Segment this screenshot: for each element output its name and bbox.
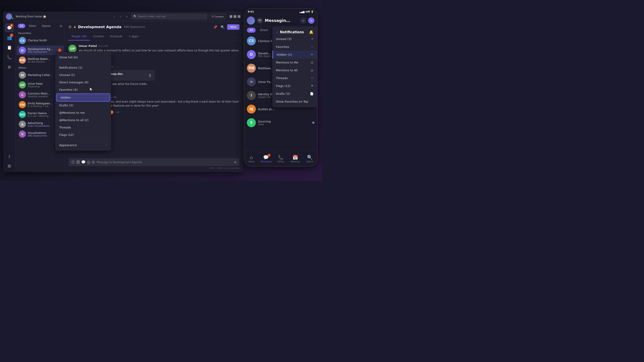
more-tool[interactable]: ⊞ [92,160,95,164]
image-tool[interactable]: 🖼 [76,160,80,164]
notif-favorites-label: Favorites [276,45,289,48]
notif-drafts-icon: 📄 [310,92,314,95]
tab-schedule[interactable]: Schedule [107,33,126,40]
notif-show-favorites-top[interactable]: Show Favorites on Top [272,98,317,105]
phone-nav-messaging[interactable]: 💬 Messaging [259,151,273,166]
nav-chat[interactable]: 👥 1 [5,33,14,42]
message-input-area: 😊 🖼 💬 @ ⊞ Message to Development Agenda … [65,156,243,172]
dd-threads[interactable]: Threads [55,124,111,131]
notif-bell-icon[interactable]: 🔔 [309,30,314,34]
connect-button[interactable]: ⊡ Connect [209,14,226,19]
filter-tab-all[interactable]: All [18,24,25,28]
notif-unread[interactable]: Unread (3) ↺ [272,35,317,43]
dd-direct-messages[interactable]: Direct messages (6) [55,79,111,86]
teams-icon: 📋 [7,45,12,50]
back-button[interactable]: ‹ [112,14,117,19]
tab-people[interactable]: People (30) [68,33,90,40]
phone-user-avatar[interactable] [247,16,255,24]
message-input-box[interactable]: 😊 🖼 💬 @ ⊞ Message to Development Agenda … [68,158,240,166]
filter-list-icon[interactable]: ≡ [300,17,306,24]
phone-nav-meetings[interactable]: 📅 Meetings [288,151,302,166]
dd-notifications[interactable]: Notifications (1) [55,64,111,71]
nav-grid[interactable]: ⊞ [5,161,14,170]
nav-rail: 💬 4 👥 1 📋 📞 ⚙ ? ⊞ [3,21,16,172]
dd-mentions-me[interactable]: @Mentions to me [55,109,111,116]
close-button[interactable] [238,15,240,18]
tab-apps[interactable]: + Apps [126,33,142,40]
filter-tab-spaces[interactable]: Spaces [40,24,53,28]
minimize-button[interactable] [230,15,232,18]
messaging-label: Messaging [261,160,272,163]
clarissa-info: Clarissa Smith [28,39,62,42]
notif-threads[interactable]: Threads ↩ [272,74,317,82]
message-input-placeholder[interactable]: Message to Development Agenda [96,161,232,164]
phone-tab-all[interactable]: All [247,28,256,33]
dd-mentions-all[interactable]: @Mentions to all (2) [55,116,111,124]
filter-icon[interactable]: ≡ [60,24,62,28]
dd-direct-messages-label: Direct messages (6) [59,81,88,84]
camera-icon[interactable]: 📷 [257,17,263,24]
phone-sourcing-avatar: S [247,118,256,127]
download-icon[interactable]: ⬇ [148,73,152,78]
status-indicator [12,17,14,19]
tab-content[interactable]: Content [90,33,107,40]
nav-teams[interactable]: 📋 [5,43,14,52]
dropdown-menu: Show full list Notifications (1) Unread … [55,52,111,151]
nav-calls[interactable]: 📞 [5,53,14,62]
dd-flags[interactable]: Flags (12) [55,131,111,139]
phone-chat-sourcing[interactable]: S Sourcing Sales [244,116,317,130]
dd-divider-2 [55,140,111,140]
sticker-tool[interactable]: 💬 [81,160,86,164]
phone-tab-direct[interactable]: Direct [258,28,271,33]
viz-avatar: V [19,130,26,138]
phone-nav-search[interactable]: 🔍 Search [302,151,317,166]
meet-button[interactable]: Meet [227,24,240,30]
seen-more: +2 [116,111,119,113]
nav-activity[interactable]: 💬 4 [5,23,14,32]
nav-help[interactable]: ? [5,152,14,161]
search-icon: 🔍 [134,15,137,18]
devag-sub: ENG Deployment [28,51,56,53]
dd-show-full-list-label: Show full list [59,56,78,59]
phone-nav-calling[interactable]: 📞 Calling [273,151,288,166]
pin-button[interactable]: 📌 [212,24,218,30]
app-title: Working from home 🏠 [16,15,110,18]
dd-appearance[interactable]: Appearance › [55,141,111,149]
notif-mentions-all[interactable]: Mentions to All @ [272,66,317,74]
emoji-tool[interactable]: 😊 [71,160,75,164]
notif-mentions-all-label: Mentions to All [276,69,298,72]
umar-avatar: UP [19,81,26,88]
search-bar[interactable]: 🔍 Search, meet, and call [131,13,207,20]
search-channel-button[interactable]: 🔍 [220,24,226,30]
mention-tool[interactable]: @ [87,160,90,164]
apps-icon: ⚙ [8,65,11,69]
sidebar-item-clarissa[interactable]: CS Clarissa Smith [16,36,64,45]
notif-favorites[interactable]: Favorites ☆ [272,43,317,51]
compose-icon[interactable]: + [308,17,314,24]
send-icon[interactable]: ➤ [234,160,237,164]
dd-show-full-list[interactable]: Show full list [55,54,111,61]
advert-avatar: A [19,121,26,128]
star-icon[interactable]: ★ [73,25,76,29]
notif-mentions-me[interactable]: Mentions to Me @ [272,58,317,66]
forward-button[interactable]: › [118,14,123,19]
umar-msg-avatar: UP [68,45,76,53]
home-label: Home [248,160,254,163]
phone-nav-home[interactable]: ⌂ Home [244,151,259,166]
notif-favorites-icon: ☆ [311,45,314,48]
phone-sourcing-name: Sourcing [258,120,310,123]
nav-buttons: ‹ › + [112,14,130,19]
dd-hidden[interactable]: Hidden [56,93,110,102]
new-tab-button[interactable]: + [124,14,130,19]
settings-icon[interactable]: ⚙ [68,25,72,29]
notif-flags[interactable]: Flags (12) ⚑ [272,82,317,90]
dd-favorites[interactable]: Favorites (4) [55,86,111,93]
nav-apps[interactable]: ⚙ [5,62,14,71]
filter-tab-direct[interactable]: Direct [26,24,38,28]
dd-drafts[interactable]: Drafts (3) [55,102,111,109]
notif-drafts-label: Drafts (3) [276,92,290,95]
maximize-button[interactable] [234,15,236,18]
dd-unread[interactable]: Unread (1) [55,71,111,79]
notif-drafts[interactable]: Drafts (3) 📄 [272,90,317,98]
notif-hidden[interactable]: Hidden (1) 👁 [272,51,317,58]
